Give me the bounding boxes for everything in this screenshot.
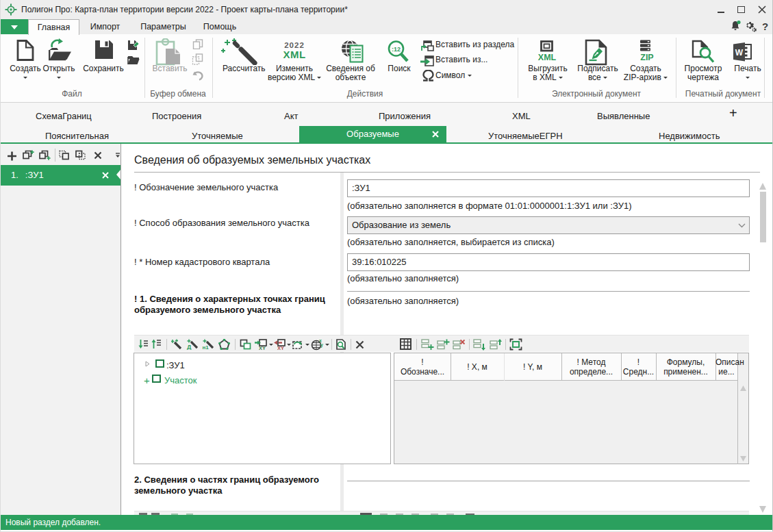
svg-text:y: y — [320, 342, 323, 348]
svg-text::12: :12 — [392, 46, 401, 53]
svg-text:н1: н1 — [203, 344, 210, 350]
svg-text:XY: XY — [277, 345, 284, 350]
svg-text:XY: XY — [259, 345, 266, 350]
svg-text:Д: Д — [187, 344, 192, 350]
svg-text:W: W — [735, 48, 744, 58]
